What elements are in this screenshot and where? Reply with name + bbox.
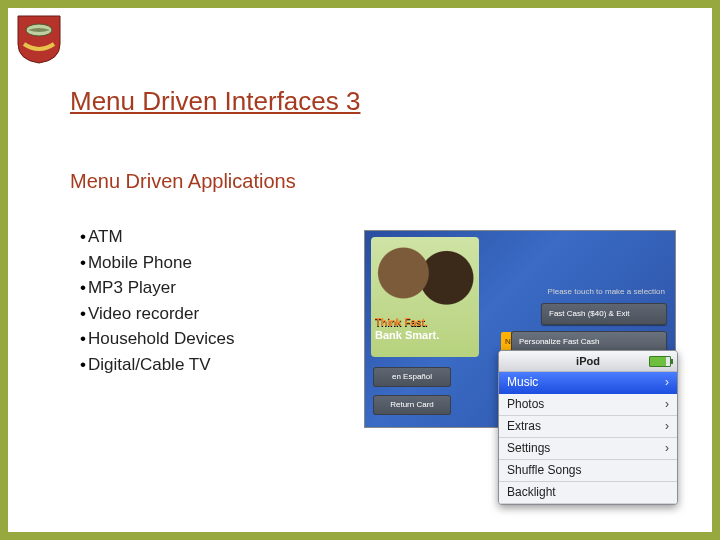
ipod-item-settings[interactable]: Settings › bbox=[499, 438, 677, 460]
ipod-title: iPod bbox=[576, 355, 600, 367]
slide: Menu Driven Interfaces 3 Menu Driven App… bbox=[0, 0, 720, 540]
ipod-item-label: Shuffle Songs bbox=[507, 463, 582, 477]
ipod-item-label: Photos bbox=[507, 397, 544, 411]
atm-fast-cash-button[interactable]: Fast Cash ($40) & Exit bbox=[541, 303, 667, 325]
atm-return-card-button[interactable]: Return Card bbox=[373, 395, 451, 415]
ipod-item-music[interactable]: Music › bbox=[499, 372, 677, 394]
ipod-item-label: Extras bbox=[507, 419, 541, 433]
slide-subtitle: Menu Driven Applications bbox=[70, 170, 296, 193]
ipod-item-photos[interactable]: Photos › bbox=[499, 394, 677, 416]
bullet-item: ATM bbox=[80, 224, 234, 250]
atm-tagline-1: Think Fast. bbox=[375, 317, 428, 328]
atm-tagline-2: Bank Smart. bbox=[375, 329, 439, 341]
atm-touch-prompt: Please touch to make a selection bbox=[548, 287, 665, 296]
ipod-item-label: Backlight bbox=[507, 485, 556, 499]
ipod-item-extras[interactable]: Extras › bbox=[499, 416, 677, 438]
ipod-item-shuffle[interactable]: Shuffle Songs bbox=[499, 460, 677, 482]
ipod-menu: iPod Music › Photos › Extras › Settings bbox=[498, 350, 678, 505]
battery-icon bbox=[649, 356, 671, 367]
school-crest-icon bbox=[16, 14, 62, 64]
bullet-item: Mobile Phone bbox=[80, 250, 234, 276]
bullet-item: MP3 Player bbox=[80, 275, 234, 301]
ipod-item-label: Music bbox=[507, 375, 538, 389]
atm-personalize-label: Personalize Fast Cash bbox=[519, 337, 599, 346]
bullet-item: Digital/Cable TV bbox=[80, 352, 234, 378]
bullet-list: ATM Mobile Phone MP3 Player Video record… bbox=[80, 224, 234, 377]
chevron-right-icon: › bbox=[665, 394, 669, 415]
bullet-item: Household Devices bbox=[80, 326, 234, 352]
bullet-item: Video recorder bbox=[80, 301, 234, 327]
chevron-right-icon: › bbox=[665, 438, 669, 459]
ipod-item-backlight[interactable]: Backlight bbox=[499, 482, 677, 504]
ipod-header: iPod bbox=[499, 351, 677, 372]
example-images: Think Fast. Bank Smart. Please touch to … bbox=[364, 230, 676, 496]
chevron-right-icon: › bbox=[665, 372, 669, 393]
ipod-item-label: Settings bbox=[507, 441, 550, 455]
atm-espanol-button[interactable]: en Español bbox=[373, 367, 451, 387]
ipod-list: Music › Photos › Extras › Settings › Shu… bbox=[499, 372, 677, 504]
slide-title: Menu Driven Interfaces 3 bbox=[70, 86, 360, 117]
chevron-right-icon: › bbox=[665, 416, 669, 437]
